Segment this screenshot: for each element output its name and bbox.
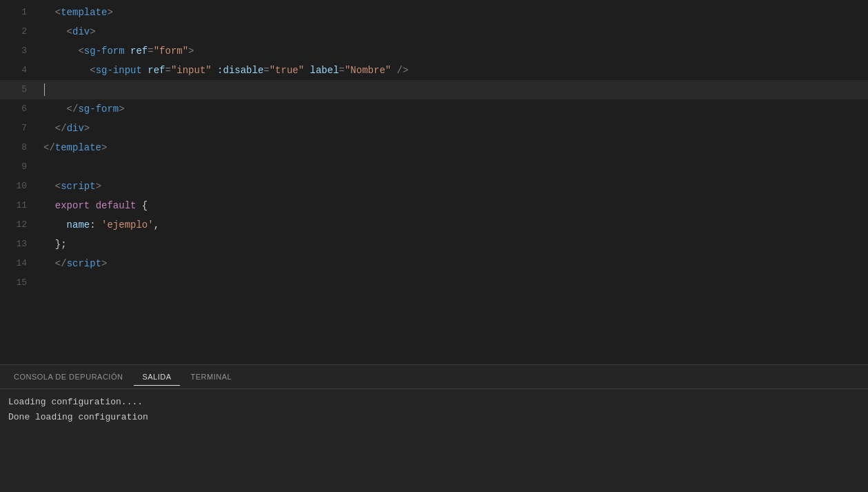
code-line: 10 <script> [0,177,868,196]
line-number: 7 [0,119,38,138]
output-line: Loading configuration.... [8,395,860,410]
line-number: 14 [0,254,38,273]
line-content: name: 'ejemplo', [38,215,868,235]
line-number: 10 [0,177,38,196]
line-number: 1 [0,3,38,22]
line-content: <sg-input ref="input" :disable="true" la… [38,61,868,80]
code-line: 15 [0,273,868,293]
line-content: }; [38,235,868,254]
line-content: export default { [38,196,868,215]
line-number: 13 [0,235,38,254]
code-line: 11 export default { [0,196,868,215]
panel-content: Loading configuration....Done loading co… [0,389,868,492]
code-line: 5 [0,80,868,99]
panel-tab-debug[interactable]: CONSOLA DE DEPURACIÓN [6,368,131,385]
code-line: 3 <sg-form ref="form"> [0,41,868,61]
line-number: 11 [0,196,38,215]
line-content: </div> [38,119,868,138]
panel-tab-terminal[interactable]: TERMINAL [183,368,241,385]
line-number: 12 [0,215,38,235]
code-line: 8</template> [0,138,868,157]
code-line: 13 }; [0,235,868,254]
line-number: 6 [0,99,38,119]
code-line: 7 </div> [0,119,868,138]
code-editor[interactable]: 1 <template>2 <div>3 <sg-form ref="form"… [0,0,868,364]
line-content [38,273,868,293]
bottom-panel: CONSOLA DE DEPURACIÓNSALIDATERMINAL Load… [0,364,868,492]
code-line: 12 name: 'ejemplo', [0,215,868,235]
output-line: Done loading configuration [8,410,860,425]
line-content [38,157,868,177]
panel-tab-output[interactable]: SALIDA [134,368,179,385]
code-line: 4 <sg-input ref="input" :disable="true" … [0,61,868,80]
line-content: </script> [38,254,868,273]
line-number: 4 [0,61,38,80]
code-line: 1 <template> [0,3,868,22]
line-number: 2 [0,22,38,41]
code-line: 6 </sg-form> [0,99,868,119]
output-text: Loading configuration....Done loading co… [8,395,860,425]
line-content [38,80,868,99]
line-number: 5 [0,80,38,99]
line-number: 3 [0,41,38,61]
line-number: 8 [0,138,38,157]
code-line: 9 [0,157,868,177]
code-line: 2 <div> [0,22,868,41]
panel-tabs: CONSOLA DE DEPURACIÓNSALIDATERMINAL [0,365,868,389]
line-content: <template> [38,3,868,22]
line-content: <div> [38,22,868,41]
line-number: 15 [0,273,38,293]
text-cursor [44,83,45,96]
line-content: <script> [38,177,868,196]
line-content: </sg-form> [38,99,868,119]
code-lines-container: 1 <template>2 <div>3 <sg-form ref="form"… [0,3,868,364]
code-line: 14 </script> [0,254,868,273]
line-content: <sg-form ref="form"> [38,41,868,61]
line-content: </template> [38,138,868,157]
line-number: 9 [0,157,38,177]
